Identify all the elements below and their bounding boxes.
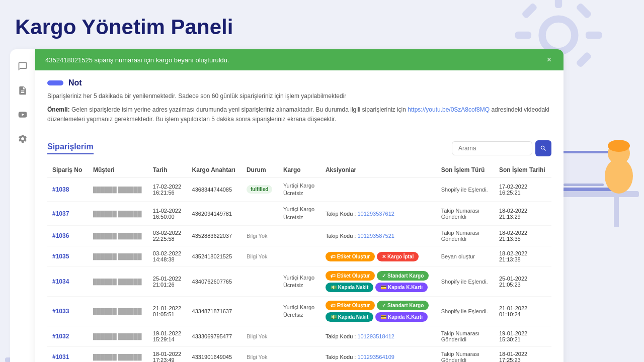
order-number[interactable]: #1032 <box>52 333 69 340</box>
col-tarih: Tarih <box>148 162 187 178</box>
cell-durum <box>242 267 278 297</box>
customer-name: ██████ ██████ <box>93 354 142 360</box>
cell-musteri: ██████ ██████ <box>88 326 148 347</box>
panel: 4352418021525 sipariş numarası için karg… <box>35 49 564 362</box>
standart-kargo-button[interactable]: ✓ Standart Kargo <box>377 301 429 310</box>
cell-kargo <box>278 347 320 362</box>
status-badge-bilgi-yok: Bilgi Yok <box>247 253 268 259</box>
cell-kargo-anahtari: 4368344744085 <box>187 177 242 202</box>
cell-siparis-no: #1033 <box>47 297 88 326</box>
cell-tarih: 19-01-2022 15:29:14 <box>148 326 187 347</box>
sidebar-item-settings[interactable] <box>16 132 30 146</box>
cell-son-islem-turu: Shopify ile Eşlendi. <box>436 267 494 297</box>
note-header: Not <box>47 78 551 87</box>
kapida-nakit-button[interactable]: 💵 Kapıda Nakit <box>326 283 373 292</box>
cell-durum: Bilgi Yok <box>242 347 278 362</box>
cell-son-islem-turu: Takip Numarası Gönderildi <box>436 326 494 347</box>
cell-musteri: ██████ ██████ <box>88 226 148 246</box>
search-input[interactable] <box>452 141 532 155</box>
takip-kodu-label: Takip Kodu : <box>326 354 358 360</box>
cell-musteri: ██████ ██████ <box>88 347 148 362</box>
sidebar-item-chat[interactable] <box>16 59 30 73</box>
tracking-link[interactable]: 101293518412 <box>357 333 394 339</box>
cell-kargo: Yurtiçi Kargo Ücretsiz <box>278 177 320 202</box>
col-aksiyonlar: Aksiyonlar <box>320 162 436 178</box>
cell-durum: Bilgi Yok <box>242 226 278 246</box>
cell-son-islem-tarihi: 18-02-2022 21:13:35 <box>494 226 551 246</box>
cell-kargo-anahtari: 4334871871637 <box>187 297 242 326</box>
col-kargo: Kargo <box>278 162 320 178</box>
orders-header: Siparişlerim <box>47 140 551 156</box>
cell-son-islem-turu: Shopify ile Eşlendi. <box>436 177 494 202</box>
order-number[interactable]: #1036 <box>52 232 69 239</box>
standart-kargo-button[interactable]: ✓ Standart Kargo <box>377 271 429 281</box>
note-link[interactable]: https://youtu.be/0SzA8cof8MQ <box>408 106 490 113</box>
cell-son-islem-tarihi: 25-01-2022 21:05:23 <box>494 267 551 297</box>
note-badge <box>47 80 63 85</box>
tracking-link[interactable]: 101293564109 <box>357 354 394 360</box>
customer-name: ██████ ██████ <box>93 279 142 285</box>
sidebar-item-document[interactable] <box>16 83 30 98</box>
col-son-islem-tarihi: Son İşlem Tarihi <box>494 162 551 178</box>
takip-kodu-label: Takip Kodu : <box>326 233 358 239</box>
cell-siparis-no: #1032 <box>47 326 88 347</box>
etiket-olustur-button[interactable]: 🏷 Etiket Oluştur <box>326 252 375 261</box>
note-line2-text: Gelen siparişlerde isim yerine adres yaz… <box>71 106 408 113</box>
cell-musteri: ██████ ██████ <box>88 297 148 326</box>
cell-durum: fulfilled <box>242 177 278 202</box>
note-title: Not <box>68 78 82 87</box>
banner-close-button[interactable]: × <box>545 55 553 64</box>
cell-tarih: 18-01-2022 17:23:49 <box>148 347 187 362</box>
table-header-row: Sipariş No Müşteri Tarih Kargo Anahtarı … <box>47 162 551 178</box>
col-durum: Durum <box>242 162 278 178</box>
status-badge-bilgi-yok: Bilgi Yok <box>247 333 268 339</box>
kapida-k-karti-button[interactable]: 💳 Kapıda K.Kartı <box>375 312 428 322</box>
cell-siparis-no: #1031 <box>47 347 88 362</box>
sidebar-item-play[interactable] <box>16 108 30 122</box>
cell-aksiyonlar <box>320 177 436 202</box>
order-number[interactable]: #1034 <box>52 278 69 285</box>
orders-section: Siparişlerim Sipariş No Müşteri <box>35 133 564 362</box>
order-number[interactable]: #1037 <box>52 210 69 217</box>
kapida-k-karti-button[interactable]: 💳 Kapıda K.Kartı <box>375 283 428 292</box>
search-button[interactable] <box>535 140 551 156</box>
cell-durum <box>242 202 278 226</box>
kargo-iptal-button[interactable]: ✕ Kargo İptal <box>377 252 419 261</box>
cell-son-islem-tarihi: 17-02-2022 16:25:21 <box>494 177 551 202</box>
note-section: Not Siparişleriniz her 5 dakikada bir ye… <box>35 70 564 133</box>
cell-son-islem-turu: Takip Numarası Gönderildi <box>436 347 494 362</box>
cell-kargo <box>278 326 320 347</box>
cell-tarih: 21-01-2022 01:05:51 <box>148 297 187 326</box>
order-number[interactable]: #1035 <box>52 253 69 260</box>
col-musteri: Müşteri <box>88 162 148 178</box>
col-kargo-anahtari: Kargo Anahtarı <box>187 162 242 178</box>
cell-aksiyonlar: Takip Kodu : 101293518412 <box>320 326 436 347</box>
cell-kargo <box>278 226 320 246</box>
cell-aksiyonlar: 🏷 Etiket Oluştur✕ Kargo İptal <box>320 246 436 267</box>
cell-siparis-no: #1037 <box>47 202 88 226</box>
table-row: #1031██████ ██████18-01-2022 17:23:49433… <box>47 347 551 362</box>
tracking-link[interactable]: 101293587521 <box>357 233 394 239</box>
status-badge-fulfilled: fulfilled <box>247 185 273 194</box>
kapida-nakit-button[interactable]: 💵 Kapıda Nakit <box>326 312 373 322</box>
cell-durum: Bilgi Yok <box>242 246 278 267</box>
cell-kargo: Yurtiçi Kargo Ücretsiz <box>278 267 320 297</box>
customer-name: ██████ ██████ <box>93 211 142 217</box>
cell-aksiyonlar: Takip Kodu : 101293537612 <box>320 202 436 226</box>
cell-siparis-no: #1034 <box>47 267 88 297</box>
cell-son-islem-turu: Beyan oluştur <box>436 246 494 267</box>
note-body: Siparişleriniz her 5 dakikada bir yenile… <box>47 92 551 125</box>
cell-aksiyonlar: Takip Kodu : 101293587521 <box>320 226 436 246</box>
order-number[interactable]: #1031 <box>52 353 69 360</box>
order-number[interactable]: #1033 <box>52 308 69 315</box>
order-number[interactable]: #1038 <box>52 186 69 193</box>
search-icon <box>540 145 547 152</box>
etiket-olustur-button[interactable]: 🏷 Etiket Oluştur <box>326 301 375 310</box>
cell-kargo-anahtari: 4352883622037 <box>187 226 242 246</box>
content-area: 4352418021525 sipariş numarası için karg… <box>10 49 629 362</box>
etiket-olustur-button[interactable]: 🏷 Etiket Oluştur <box>326 271 375 281</box>
orders-title: Siparişlerim <box>47 142 94 154</box>
search-bar <box>452 140 551 156</box>
tracking-link[interactable]: 101293537612 <box>357 211 394 217</box>
success-banner: 4352418021525 sipariş numarası için karg… <box>35 49 564 70</box>
